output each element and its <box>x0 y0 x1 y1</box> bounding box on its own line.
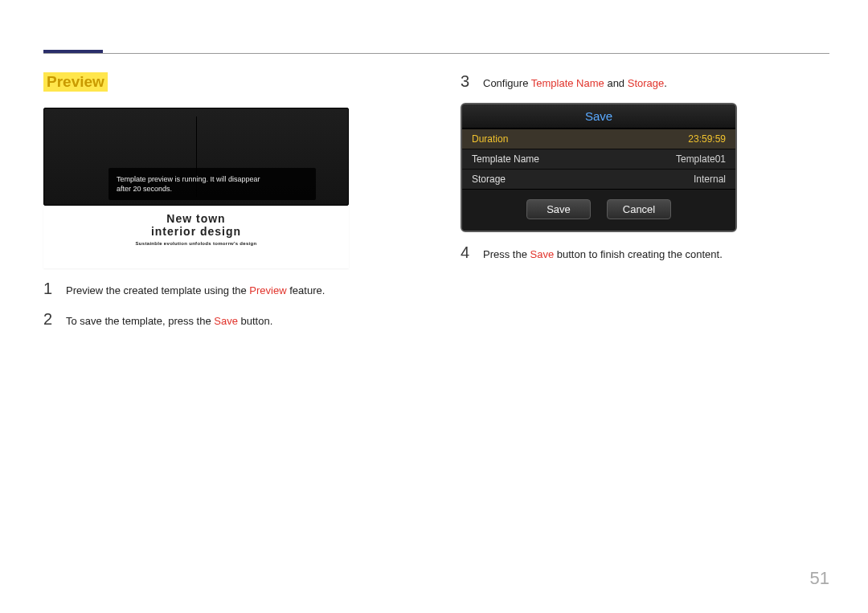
step-4-num: 4 <box>461 243 472 263</box>
step-3: 3 Configure Template Name and Storage. <box>461 72 829 92</box>
step-2-num: 2 <box>43 310 55 329</box>
save-row-template-name-label: Template Name <box>472 153 539 165</box>
step-3-text: Configure Template Name and Storage. <box>483 72 667 92</box>
step-1-pre: Preview the created template using the <box>66 284 249 296</box>
step-1-text: Preview the created template using the P… <box>66 280 325 299</box>
preview-popup: Template preview is running. It will dis… <box>108 168 316 200</box>
step-1-hl: Preview <box>249 284 286 296</box>
save-row-storage[interactable]: Storage Internal <box>462 169 735 189</box>
step-2: 2 To save the template, press the Save b… <box>43 310 412 329</box>
step-3-hl1: Template Name <box>531 77 604 89</box>
step-1-num: 1 <box>43 280 55 299</box>
preview-mock: Template preview is running. It will dis… <box>43 108 349 268</box>
top-accent <box>43 50 103 53</box>
save-row-duration-value: 23:59:59 <box>688 133 726 145</box>
save-dialog-buttons: Save Cancel <box>462 189 735 231</box>
columns: Preview Template preview is running. It … <box>43 72 829 340</box>
save-row-storage-label: Storage <box>472 174 506 185</box>
save-row-template-name-value: Template01 <box>676 153 726 165</box>
right-column: 3 Configure Template Name and Storage. S… <box>461 72 829 340</box>
left-column: Preview Template preview is running. It … <box>43 72 412 340</box>
step-3-num: 3 <box>461 72 472 92</box>
step-3-hl2: Storage <box>628 77 665 89</box>
step-2-hl: Save <box>214 315 238 327</box>
step-3-post: . <box>664 77 667 89</box>
save-row-duration[interactable]: Duration 23:59:59 <box>462 129 735 149</box>
step-1: 1 Preview the created template using the… <box>43 280 412 299</box>
step-4-text: Press the Save button to finish creating… <box>483 243 723 263</box>
step-4-pre: Press the <box>483 248 530 260</box>
step-3-pre: Configure <box>483 77 531 89</box>
preview-popup-line1: Template preview is running. It will dis… <box>117 175 260 183</box>
step-2-post: button. <box>238 315 272 327</box>
save-dialog: Save Duration 23:59:59 Template Name Tem… <box>461 103 737 232</box>
step-4-hl: Save <box>530 248 555 260</box>
step-4-post: button to finish creating the content. <box>554 248 723 260</box>
heading-preview: Preview <box>43 72 108 92</box>
save-row-duration-label: Duration <box>472 133 508 145</box>
page-number: 51 <box>810 568 829 589</box>
save-row-template-name[interactable]: Template Name Template01 <box>462 149 735 169</box>
preview-popup-line2: after 20 seconds. <box>117 185 172 193</box>
save-button[interactable]: Save <box>526 199 591 219</box>
step-2-pre: To save the template, press the <box>66 315 214 327</box>
step-3-mid: and <box>604 77 628 89</box>
save-dialog-title: Save <box>462 104 735 129</box>
step-2-text: To save the template, press the Save but… <box>66 310 272 329</box>
preview-mock-dark: Template preview is running. It will dis… <box>43 108 349 206</box>
step-1-post: feature. <box>287 284 326 296</box>
preview-caption-sub: Sustainble evolution unfolods tomorrw's … <box>43 241 349 246</box>
page: Preview Template preview is running. It … <box>0 0 868 613</box>
top-rule <box>43 53 829 54</box>
preview-caption-line1: New town <box>43 212 349 225</box>
preview-mock-caption: New town interior design Sustainble evol… <box>43 206 349 268</box>
preview-caption-line2: interior design <box>43 225 349 238</box>
step-4: 4 Press the Save button to finish creati… <box>461 243 829 263</box>
save-row-storage-value: Internal <box>694 174 726 185</box>
cancel-button[interactable]: Cancel <box>607 199 671 219</box>
